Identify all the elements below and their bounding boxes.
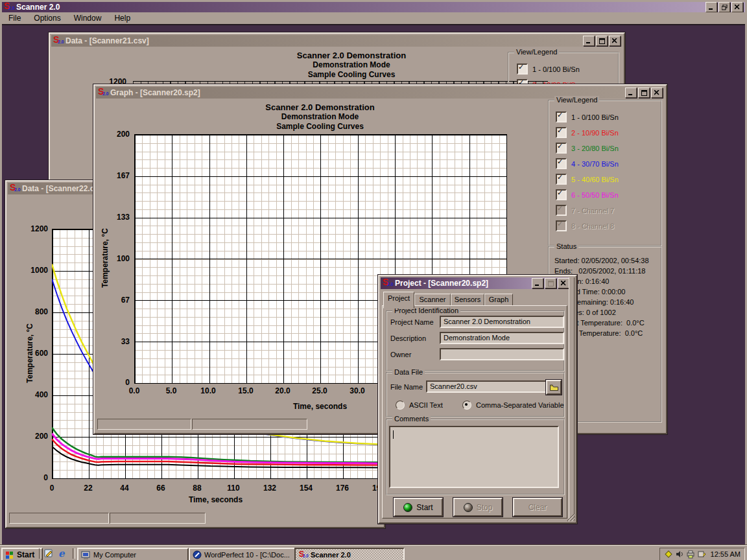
channel-8-checkbox [556, 220, 567, 231]
volume-icon[interactable] [675, 550, 684, 559]
data21-minimize-button[interactable] [583, 36, 595, 46]
comments-group: Comments [386, 419, 565, 495]
stop-led-icon [464, 503, 473, 512]
data22-xtick: 110 [220, 484, 246, 493]
menubar: File Options Window Help [2, 12, 745, 24]
restore-button[interactable] [718, 2, 730, 12]
data22-y-axis-label: Temperature, °C [25, 311, 34, 395]
start-button[interactable]: Start [394, 498, 443, 517]
data21-close-button[interactable] [609, 36, 621, 46]
project-titlebar[interactable]: S2.0 Project - [Scanner20.sp2] [381, 277, 571, 289]
main-titlebar[interactable]: S2.0 Scanner 2.0 [2, 2, 745, 12]
data21-legend-item: 1 - 0/100 Bi/Sn [517, 64, 580, 75]
status-line: Started: 02/05/2002, 00:54:38 [554, 257, 649, 264]
graph-icon: S2.0 [98, 88, 108, 97]
graph-legend-group: View/Legend 1 - 0/100 Bi/Sn 2 - 10/90 Bi… [548, 100, 662, 246]
project-tabs: Project Scanner Sensors Graph [382, 292, 567, 306]
data-file-group: Data File [386, 372, 565, 417]
project-icon: S2.0 [383, 279, 392, 288]
channel-3-checkbox[interactable] [556, 143, 567, 154]
tray-diamond-icon[interactable] [664, 550, 673, 559]
csv-radio[interactable] [462, 401, 471, 410]
ascii-radio[interactable] [396, 401, 405, 410]
channel-5-checkbox[interactable] [556, 174, 567, 185]
data-file-label: Data File [392, 368, 425, 376]
graph-xtick: 0.0 [121, 386, 147, 395]
screen: { "app": {"title": "Scanner 2.0", "menus… [0, 0, 747, 560]
data22-xticks-row: 0 22 44 66 88 110 132 154 176 198 [6, 484, 381, 493]
menu-help[interactable]: Help [108, 12, 137, 24]
legend-item-1: 1 - 0/100 Bi/Sn [556, 111, 619, 122]
channel-2-checkbox[interactable] [556, 127, 567, 138]
graph-maximize-button[interactable] [638, 88, 650, 98]
statusbar-panel [9, 513, 109, 524]
comments-label: Comments [392, 415, 431, 423]
task-my-computer[interactable]: My Computer [77, 548, 189, 560]
comments-textarea[interactable] [389, 426, 559, 488]
channel-4-checkbox[interactable] [556, 158, 567, 169]
menu-file[interactable]: File [2, 12, 27, 24]
tab-project[interactable]: Project [383, 292, 414, 309]
graph-xtick: 5.0 [158, 386, 184, 395]
project-maximize-button [545, 278, 556, 288]
graph-title: Graph - [Scanner20.sp2] [110, 88, 200, 97]
ascii-radio-row: ASCII Text [396, 401, 443, 410]
project-minimize-button[interactable] [532, 278, 543, 288]
menu-window[interactable]: Window [67, 12, 108, 24]
data22-xtick: 44 [112, 484, 137, 493]
channel-6-checkbox[interactable] [556, 189, 567, 200]
resize-grip[interactable] [567, 513, 575, 522]
channel-1-checkbox[interactable] [556, 111, 567, 122]
owner-field[interactable] [440, 348, 564, 360]
graph-close-button[interactable] [651, 88, 663, 98]
data22-x-axis-label: Time, seconds [52, 495, 379, 504]
task-scanner[interactable]: S2.0 Scanner 2.0 [294, 548, 405, 560]
task-wordperfect[interactable]: WordPerfect 10 - [C:\Doc... [189, 548, 298, 560]
device-icon[interactable] [697, 550, 706, 559]
data22-ytick: 200 [21, 432, 48, 441]
graph-y-axis-label: Temperature, °C [101, 216, 110, 300]
graph-minimize-button[interactable] [625, 88, 637, 98]
close-button[interactable] [731, 2, 743, 12]
project-close-button[interactable] [558, 278, 569, 288]
tray-clock[interactable]: 12:55 AM [708, 550, 741, 558]
data22-xtick: 88 [184, 484, 210, 493]
start-button-taskbar[interactable]: Start [1, 548, 43, 560]
file-name-field[interactable]: Scanner20.csv [426, 380, 547, 393]
graph-xtick: 25.0 [307, 386, 333, 395]
show-desktop-icon[interactable] [43, 548, 54, 559]
dialog-right-frame [569, 277, 575, 520]
data21-chart-titles: Scanner 2.0 Demonstration Demonstration … [154, 51, 549, 80]
ascii-radio-label: ASCII Text [409, 401, 443, 409]
graph-xtick: 30.0 [344, 386, 370, 395]
legend-item-5: 5 - 40/60 Bi/Sn [556, 174, 619, 185]
wordperfect-icon [193, 550, 202, 559]
data22-xtick: 0 [39, 484, 65, 493]
folder-icon [550, 384, 558, 391]
clear-button: Clear [513, 498, 562, 517]
scanner-task-icon: S2.0 [299, 551, 308, 559]
data22-icon: S2.0 [10, 184, 19, 193]
file-name-label: File Name [390, 383, 423, 391]
graph-xtick: 10.0 [195, 386, 221, 395]
menu-options[interactable]: Options [27, 12, 67, 24]
browse-button[interactable] [546, 380, 562, 395]
minimize-button[interactable] [706, 2, 717, 12]
graph-status-title: Status [554, 242, 578, 250]
status-line: Ends: 02/05/2002, 01:11:18 [554, 267, 645, 275]
description-field[interactable]: Demonstration Mode [440, 332, 564, 344]
channel-1-checkbox[interactable] [517, 64, 528, 75]
project-title: Project - [Scanner20.sp2] [395, 279, 488, 288]
data21-maximize-button[interactable] [596, 36, 608, 46]
data22-ytick: 1000 [21, 266, 48, 275]
taskbar-separator [73, 548, 75, 559]
project-name-field[interactable]: Scanner 2.0 Demonstration [440, 316, 564, 328]
legend-item-3: 3 - 20/80 Bi/Sn [556, 143, 619, 154]
internet-explorer-icon[interactable]: e [58, 548, 65, 559]
system-tray: 12:55 AM [659, 548, 745, 560]
printer-icon[interactable] [686, 550, 695, 559]
graph-xtick: 15.0 [233, 386, 259, 395]
graph-chart-titles: Scanner 2.0 Demonstration Demonstration … [134, 102, 506, 132]
start-led-icon [403, 503, 412, 512]
data21-titlebar[interactable]: S2.0 Data - [Scanner21.csv] [51, 35, 622, 47]
